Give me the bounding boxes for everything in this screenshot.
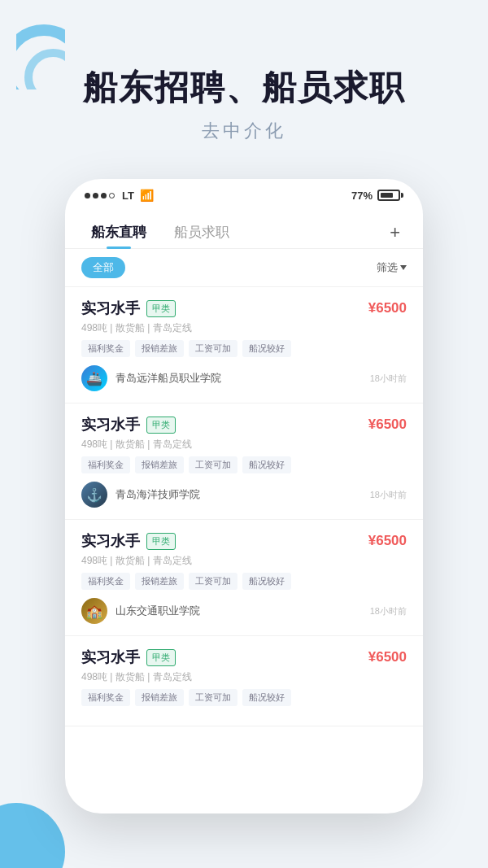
dot1 xyxy=(85,193,90,198)
job-badge: 工资可加 xyxy=(189,340,237,357)
job-meta: 498吨 | 散货船 | 青岛定线 xyxy=(81,554,407,568)
job-footer: 🚢 青岛远洋船员职业学院 18小时前 xyxy=(81,365,407,391)
app-nav: 船东直聘 船员求职 + xyxy=(65,208,423,249)
job-badge: 福利奖金 xyxy=(81,456,130,473)
job-title: 实习水手 xyxy=(81,415,140,434)
filter-all[interactable]: 全部 xyxy=(81,257,125,278)
job-badge: 福利奖金 xyxy=(81,689,130,706)
sub-title: 去中介化 xyxy=(33,119,455,143)
job-meta: 498吨 | 散货船 | 青岛定线 xyxy=(81,670,407,684)
job-footer: 🏫 山东交通职业学院 18小时前 xyxy=(81,598,407,624)
battery-body xyxy=(377,190,400,201)
job-item[interactable]: 实习水手 甲类 ¥6500 498吨 | 散货船 | 青岛定线 福利奖金报销差旅… xyxy=(65,520,423,636)
job-salary: ¥6500 xyxy=(368,417,407,433)
company-name: 青岛海洋技师学院 xyxy=(115,487,362,502)
job-title: 实习水手 xyxy=(81,648,140,667)
battery-fill xyxy=(381,193,393,198)
carrier-text: LT xyxy=(122,190,134,202)
job-badge: 工资可加 xyxy=(189,573,237,590)
job-salary: ¥6500 xyxy=(368,300,407,316)
header-section: 船东招聘、船员求职 去中介化 xyxy=(0,0,488,176)
company-logo-icon: ⚓ xyxy=(86,487,102,503)
job-badge: 福利奖金 xyxy=(81,573,130,590)
job-title: 实习水手 xyxy=(81,531,140,551)
job-time: 18小时前 xyxy=(370,373,407,385)
job-badge: 船况较好 xyxy=(242,456,291,473)
job-title-row: 实习水手 甲类 xyxy=(81,299,176,318)
job-badge: 船况较好 xyxy=(242,689,291,706)
job-item[interactable]: 实习水手 甲类 ¥6500 498吨 | 散货船 | 青岛定线 福利奖金报销差旅… xyxy=(65,636,423,726)
job-tags: 福利奖金报销差旅工资可加船况较好 xyxy=(81,573,407,590)
status-left: LT 📶 xyxy=(85,189,154,202)
job-header: 实习水手 甲类 ¥6500 xyxy=(81,531,407,551)
job-category-tag: 甲类 xyxy=(146,417,176,434)
filter-bar: 全部 筛选 xyxy=(65,249,423,287)
job-salary: ¥6500 xyxy=(368,533,407,549)
phone-mockup: LT 📶 77% 船东直聘 船员求职 + 全部 筛选 xyxy=(65,179,423,813)
battery-tip xyxy=(401,193,403,198)
job-category-tag: 甲类 xyxy=(146,533,176,550)
company-logo: ⚓ xyxy=(81,482,107,508)
job-salary: ¥6500 xyxy=(368,649,407,665)
signal-dots xyxy=(85,193,115,198)
job-item[interactable]: 实习水手 甲类 ¥6500 498吨 | 散货船 | 青岛定线 福利奖金报销差旅… xyxy=(65,403,423,520)
status-right: 77% xyxy=(351,190,403,202)
dot4 xyxy=(109,193,115,198)
job-badge: 报销差旅 xyxy=(135,689,184,706)
filter-chevron-icon xyxy=(400,265,407,270)
job-title-row: 实习水手 甲类 xyxy=(81,531,176,551)
job-meta: 498吨 | 散货船 | 青岛定线 xyxy=(81,438,407,451)
job-category-tag: 甲类 xyxy=(146,300,176,317)
dot3 xyxy=(101,193,107,198)
company-logo: 🚢 xyxy=(81,365,107,391)
job-footer: ⚓ 青岛海洋技师学院 18小时前 xyxy=(81,482,407,508)
main-title: 船东招聘、船员求职 xyxy=(33,65,455,111)
tab-seamanjob[interactable]: 船员求职 xyxy=(164,216,239,248)
tab-shipdirect[interactable]: 船东直聘 xyxy=(81,216,156,248)
job-item[interactable]: 实习水手 甲类 ¥6500 498吨 | 散货船 | 青岛定线 福利奖金报销差旅… xyxy=(65,287,423,403)
add-button[interactable]: + xyxy=(383,219,407,246)
bg-decoration-bottom xyxy=(0,803,65,868)
filter-select[interactable]: 筛选 xyxy=(377,260,407,275)
job-badge: 船况较好 xyxy=(242,573,291,590)
status-bar: LT 📶 77% xyxy=(65,179,423,208)
job-header: 实习水手 甲类 ¥6500 xyxy=(81,648,407,667)
job-badge: 船况较好 xyxy=(242,340,291,357)
job-badge: 报销差旅 xyxy=(135,456,184,473)
dot2 xyxy=(93,193,98,198)
company-logo-icon: 🏫 xyxy=(86,604,102,619)
job-title: 实习水手 xyxy=(81,299,140,318)
job-title-row: 实习水手 甲类 xyxy=(81,415,176,434)
company-logo-icon: 🚢 xyxy=(86,371,102,386)
job-list: 实习水手 甲类 ¥6500 498吨 | 散货船 | 青岛定线 福利奖金报销差旅… xyxy=(65,287,423,726)
company-name: 青岛远洋船员职业学院 xyxy=(115,371,362,386)
filter-label: 筛选 xyxy=(377,260,398,275)
bg-decoration-top xyxy=(16,24,65,89)
job-badge: 报销差旅 xyxy=(135,340,184,357)
job-badge: 工资可加 xyxy=(189,689,237,706)
job-badge: 福利奖金 xyxy=(81,340,130,357)
job-meta: 498吨 | 散货船 | 青岛定线 xyxy=(81,321,407,335)
battery-icon xyxy=(377,190,403,201)
company-logo: 🏫 xyxy=(81,598,107,624)
battery-percent: 77% xyxy=(351,190,373,202)
job-time: 18小时前 xyxy=(370,489,407,501)
job-category-tag: 甲类 xyxy=(146,649,176,666)
job-header: 实习水手 甲类 ¥6500 xyxy=(81,299,407,318)
job-header: 实习水手 甲类 ¥6500 xyxy=(81,415,407,434)
job-badge: 工资可加 xyxy=(189,456,237,473)
wifi-icon: 📶 xyxy=(140,189,154,202)
job-badge: 报销差旅 xyxy=(135,573,184,590)
job-tags: 福利奖金报销差旅工资可加船况较好 xyxy=(81,456,407,473)
job-tags: 福利奖金报销差旅工资可加船况较好 xyxy=(81,340,407,357)
job-tags: 福利奖金报销差旅工资可加船况较好 xyxy=(81,689,407,706)
job-title-row: 实习水手 甲类 xyxy=(81,648,176,667)
company-name: 山东交通职业学院 xyxy=(115,604,362,618)
job-time: 18小时前 xyxy=(370,605,407,617)
